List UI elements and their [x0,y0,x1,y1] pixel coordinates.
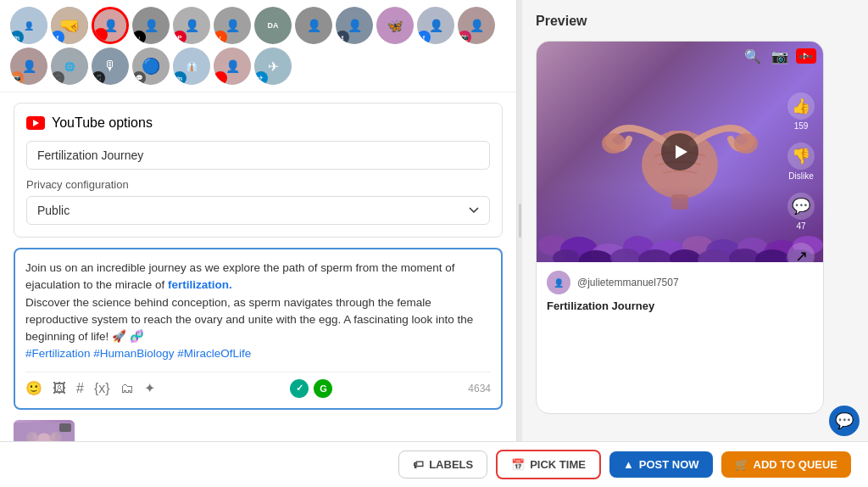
avatar-youtube2[interactable]: 👤 [214,48,251,85]
labels-icon: 🏷 [413,458,424,471]
right-panel: Preview 🔍 📷 ••• [522,0,868,441]
image-icon[interactable]: 🖼 [53,381,66,396]
dislike-action[interactable]: 👎 Dislike [787,143,815,181]
avatar-facebook[interactable]: 🤜 f [51,7,88,44]
main-container: 👤 in 🤜 f 👤 👤 ♪ 👤 P 👤 r [0,0,868,441]
labels-label: LABELS [429,458,473,471]
ai-badge-2[interactable]: G [314,379,332,398]
like-count: 159 [794,121,809,131]
dislike-label: Dislike [788,171,813,181]
queue-icon: 🛒 [735,458,748,471]
desc-icon-bar: 🙂 🖼 # {x} 🗂 ✦ [25,380,155,396]
side-actions: 👍 159 👎 Dislike 💬 47 ↗ Share [787,92,815,262]
comment-count: 47 [796,221,805,231]
desc-highlighted: fertilization. [168,278,232,291]
labels-button[interactable]: 🏷 LABELS [398,451,487,479]
preview-user-row: 👤 @julietemmanuel7507 [547,271,813,294]
avatar-misc4[interactable]: 🔵 💬 [132,48,170,85]
avatar-youtube-selected[interactable]: 👤 [92,7,129,44]
like-icon[interactable]: 👍 [787,92,815,120]
avatar-linkedin[interactable]: 👤 in [10,7,47,44]
avatar-butterfly[interactable]: 🦋 [376,7,414,44]
post-now-label: POST NOW [639,458,699,471]
privacy-label: Privacy configuration [26,178,490,191]
thumbnail-section [14,420,503,442]
flowers-overlay [537,186,823,262]
avatar-instagram2[interactable]: 👤 📷 [10,48,47,85]
avatar-tiktok[interactable]: 👤 ♪ [132,7,170,44]
preview-video-area: 👍 159 👎 Dislike 💬 47 ↗ Share [537,42,823,262]
comment-action[interactable]: 💬 47 [787,193,815,231]
variable-icon[interactable]: {x} [94,381,110,396]
avatar-grid: 👤 in 🤜 f 👤 👤 ♪ 👤 P 👤 r [0,0,516,92]
pick-time-button[interactable]: 📅 PICK TIME [496,450,601,479]
post-icon: ▲ [623,458,634,471]
post-now-button[interactable]: ▲ POST NOW [609,451,713,478]
ai-icon[interactable]: ✦ [144,380,155,396]
preview-video-title: Fertilization Journey [547,299,813,312]
more-icon[interactable]: ••• [798,49,813,64]
avatar-misc3[interactable]: 🎙 🎵 [92,48,129,85]
youtube-icon [26,116,45,130]
description-text: Join us on an incredible journey as we e… [25,260,491,363]
preview-phone: 🔍 📷 ••• [536,41,824,414]
youtube-options-section: YouTube options Privacy configuration Pu… [14,103,503,238]
svg-point-9 [602,133,626,154]
share-icon[interactable]: ↗ [787,243,815,262]
search-icon[interactable]: 🔍 [744,48,761,64]
left-panel: 👤 in 🤜 f 👤 👤 ♪ 👤 P 👤 r [0,0,517,441]
video-indicator [59,423,71,432]
bottom-toolbar: 🏷 LABELS 📅 PICK TIME ▲ POST NOW 🛒 ADD TO… [0,441,868,487]
avatar-tumblr[interactable]: 👤 t [336,7,373,44]
pick-time-label: PICK TIME [530,458,586,471]
privacy-select[interactable]: Public Private Unlisted [26,196,490,225]
description-footer: 🙂 🖼 # {x} 🗂 ✦ ✓ G 4634 [25,372,491,398]
add-to-queue-button[interactable]: 🛒 ADD TO QUEUE [721,451,851,478]
calendar-icon: 📅 [511,458,525,471]
camera-icon[interactable]: 📷 [771,48,788,64]
yt-options-title: YouTube options [52,115,153,131]
avatar-pinterest[interactable]: 👤 P [173,7,210,44]
add-queue-label: ADD TO QUEUE [754,458,837,471]
share-action[interactable]: ↗ Share [787,243,815,262]
desc-line2: Discover the science behind conception, … [25,296,473,344]
avatar-instagram[interactable]: 👤 📷 [458,7,495,44]
description-section: Join us on an incredible journey as we e… [14,248,503,410]
dislike-icon[interactable]: 👎 [787,143,815,170]
chat-bubble-button[interactable]: 💬 [829,406,860,436]
ai-badges: ✓ G [290,379,332,398]
hashtag-icon[interactable]: # [76,381,84,396]
preview-username: @julietemmanuel7507 [577,277,679,288]
char-count: 4634 [468,383,491,395]
preview-title: Preview [536,14,854,29]
flowers-svg [537,186,823,262]
phone-top-bar: 🔍 📷 ••• [734,42,823,71]
avatar-misc2[interactable]: 🌐 🎵 [51,48,88,85]
avatar-linkedin2[interactable]: 👔 in [173,48,210,85]
svg-point-10 [734,133,758,154]
video-title-input[interactable] [26,141,490,170]
like-action[interactable]: 👍 159 [787,92,815,131]
comment-icon[interactable]: 💬 [787,193,815,220]
layout-icon[interactable]: 🗂 [120,381,134,396]
ai-badge-1[interactable]: ✓ [290,379,309,398]
avatar-misc1[interactable]: 👤 [295,7,332,44]
thumbnail-box[interactable] [14,420,75,442]
preview-bottom: 👤 @julietemmanuel7507 Fertilization Jour… [537,262,823,321]
avatar-da[interactable]: DA [254,7,292,44]
avatar-facebook2[interactable]: 👤 f [417,7,454,44]
avatar-telegram[interactable]: ✈ ✈ [254,48,292,85]
yt-options-header: YouTube options [26,115,490,131]
emoji-icon[interactable]: 🙂 [25,380,42,396]
divider-handle [519,204,521,238]
desc-line1: Join us on an incredible journey as we e… [25,261,455,291]
avatar-reddit[interactable]: 👤 r [214,7,251,44]
preview-avatar: 👤 [547,271,570,294]
play-button[interactable] [661,133,698,171]
desc-hashtags: #Fertilization #HumanBiology #MiracleOfL… [25,347,251,360]
